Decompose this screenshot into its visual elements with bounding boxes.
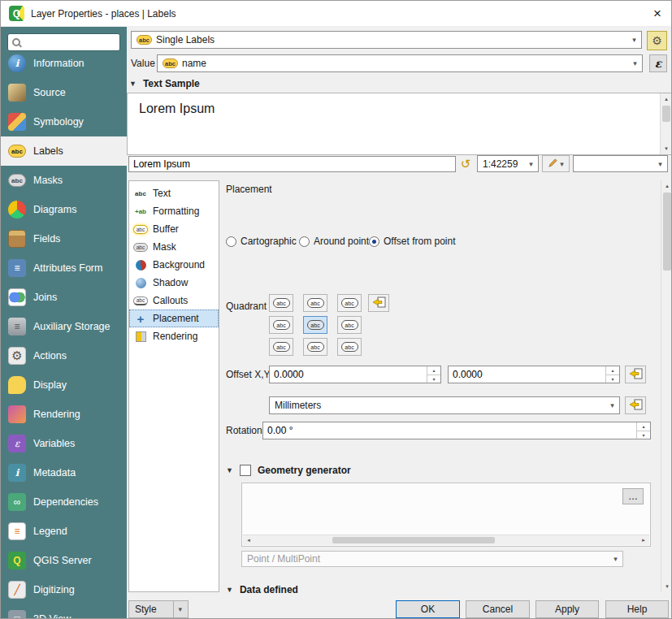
sidebar-item-label: Variables <box>33 438 75 449</box>
search-input[interactable] <box>24 37 115 48</box>
sidebar-item-attributes-form[interactable]: Attributes Form <box>1 253 127 283</box>
sidebar-item-legend[interactable]: Legend <box>1 517 127 546</box>
geometry-generator-editor[interactable]: … ◂ ▸ <box>241 483 651 547</box>
expression-browse-button[interactable]: … <box>622 488 644 504</box>
sidebar-item-source[interactable]: Source <box>1 78 127 107</box>
scroll-left-icon[interactable]: ◂ <box>243 535 254 545</box>
sidebar-item-information[interactable]: Information <box>1 49 127 78</box>
reset-sample-button[interactable]: ↺ <box>457 155 474 173</box>
pencil-icon <box>548 158 558 171</box>
cancel-button[interactable]: Cancel <box>466 600 530 618</box>
legend-icon <box>8 522 26 540</box>
panel-scrollbar[interactable]: ▴ ▾ <box>661 180 672 592</box>
sidebar-item-variables[interactable]: Variables <box>1 429 127 458</box>
tab-rendering[interactable]: Rendering <box>129 327 219 345</box>
quadrant-above-left-button[interactable] <box>269 294 293 312</box>
radio-cartographic[interactable]: Cartographic <box>226 236 297 247</box>
scroll-up-icon[interactable]: ▴ <box>661 93 672 105</box>
quadrant-above-right-button[interactable] <box>337 294 362 312</box>
apply-button[interactable]: Apply <box>535 600 599 618</box>
expression-builder-button[interactable]: ε <box>649 54 667 72</box>
sidebar-item-qgis-server[interactable]: QGIS Server <box>1 546 127 575</box>
offset-x-spinbox[interactable]: ▴▾ <box>269 366 441 383</box>
offset-x-input[interactable] <box>270 366 427 383</box>
quadrant-right-button[interactable] <box>337 316 362 334</box>
units-data-defined-button[interactable] <box>625 396 646 414</box>
offset-y-input[interactable] <box>449 366 605 383</box>
text-sample-header[interactable]: ▼ Text Sample <box>129 78 200 89</box>
rotation-spinbox[interactable]: ▴▾ <box>262 422 651 439</box>
spin-down-icon[interactable]: ▾ <box>637 431 650 439</box>
rotation-input[interactable] <box>263 422 636 439</box>
geometry-generator-header[interactable]: ▼ Geometry generator <box>226 465 351 476</box>
sidebar-item-actions[interactable]: Actions <box>1 341 127 370</box>
sidebar-item-rendering[interactable]: Rendering <box>1 400 127 429</box>
sidebar-item-diagrams[interactable]: Diagrams <box>1 195 127 224</box>
attributes-form-icon <box>8 259 26 277</box>
sidebar-item-joins[interactable]: Joins <box>1 283 127 312</box>
spin-up-icon[interactable]: ▴ <box>427 366 440 375</box>
sidebar-item-auxiliary-storage[interactable]: Auxiliary Storage <box>1 312 127 341</box>
scroll-right-icon[interactable]: ▸ <box>638 535 649 545</box>
scroll-down-icon[interactable]: ▾ <box>661 143 672 154</box>
tab-mask[interactable]: Mask <box>129 238 219 256</box>
tab-shadow[interactable]: Shadow <box>129 274 219 292</box>
editor-horizontal-scrollbar[interactable]: ◂ ▸ <box>243 535 649 545</box>
quadrant-over-button[interactable] <box>303 316 327 334</box>
preview-scale-combobox[interactable]: 1:42259 ▾ <box>477 155 539 172</box>
auxiliary-storage-icon <box>8 318 26 335</box>
close-button[interactable]: × <box>644 1 671 26</box>
quadrant-below-left-button[interactable] <box>269 338 293 356</box>
quadrant-below-button[interactable] <box>303 338 327 356</box>
radio-offset-from-point[interactable]: Offset from point <box>369 236 455 247</box>
style-menu-button[interactable]: Style ▾ <box>128 600 189 618</box>
sidebar-item-display[interactable]: Display <box>1 370 127 400</box>
value-field-combobox[interactable]: name ▾ <box>157 54 643 72</box>
sample-text: Lorem Ipsum <box>139 102 215 116</box>
tab-background[interactable]: Background <box>129 256 219 274</box>
spin-up-icon[interactable]: ▴ <box>606 366 619 375</box>
geometry-type-combobox[interactable]: Point / MultiPoint ▾ <box>241 551 623 567</box>
sidebar-item-digitizing[interactable]: Digitizing <box>1 575 127 604</box>
sample-text-input[interactable] <box>128 156 456 172</box>
quadrant-data-defined-button[interactable] <box>368 294 389 312</box>
spin-down-icon[interactable]: ▾ <box>427 375 440 383</box>
preview-background-combobox[interactable]: ▾ <box>573 155 668 172</box>
sidebar-item-metadata[interactable]: Metadata <box>1 458 127 487</box>
sidebar-item-fields[interactable]: Fields <box>1 224 127 253</box>
scrollbar-thumb[interactable] <box>663 193 671 271</box>
data-defined-header[interactable]: ▼ Data defined <box>226 584 298 595</box>
sample-text-menu-button[interactable]: ▾ <box>542 155 570 172</box>
tab-placement[interactable]: Placement <box>129 310 219 327</box>
radio-around-point[interactable]: Around point <box>299 236 369 247</box>
labeling-mode-combobox[interactable]: Single Labels ▾ <box>131 31 642 49</box>
quadrant-left-button[interactable] <box>269 316 293 334</box>
scroll-down-icon[interactable]: ▾ <box>661 581 672 592</box>
undo-icon: ↺ <box>461 157 471 171</box>
sidebar-item-masks[interactable]: Masks <box>1 166 127 195</box>
help-button[interactable]: Help <box>605 600 669 618</box>
quadrant-below-right-button[interactable] <box>337 338 362 356</box>
sidebar-item-symbology[interactable]: Symbology <box>1 107 127 136</box>
scrollbar-thumb[interactable] <box>662 106 670 122</box>
scroll-up-icon[interactable]: ▴ <box>661 180 672 192</box>
quadrant-above-button[interactable] <box>303 294 327 312</box>
spin-up-icon[interactable]: ▴ <box>637 422 650 431</box>
sidebar-item-labels[interactable]: Labels <box>1 136 127 166</box>
spin-down-icon[interactable]: ▾ <box>606 375 619 383</box>
geometry-generator-checkbox[interactable] <box>240 465 251 476</box>
tab-formatting[interactable]: Formatting <box>129 202 219 220</box>
scrollbar-thumb[interactable] <box>332 537 495 543</box>
offset-data-defined-button[interactable] <box>625 366 646 383</box>
ok-button[interactable]: OK <box>396 600 460 618</box>
text-sample-preview[interactable]: Lorem Ipsum ▴ ▾ <box>127 93 672 155</box>
automated-placement-settings-button[interactable]: ⚙ <box>647 31 667 50</box>
sidebar-item-3d-view[interactable]: 3D View <box>1 604 127 619</box>
preview-scrollbar[interactable]: ▴ ▾ <box>660 93 672 154</box>
offset-y-spinbox[interactable]: ▴▾ <box>448 366 620 383</box>
tab-text[interactable]: Text <box>129 184 219 202</box>
sidebar-item-dependencies[interactable]: Dependencies <box>1 487 127 517</box>
tab-callouts[interactable]: Callouts <box>129 292 219 310</box>
tab-buffer[interactable]: Buffer <box>129 220 219 238</box>
offset-units-combobox[interactable]: Millimeters ▾ <box>269 396 620 414</box>
